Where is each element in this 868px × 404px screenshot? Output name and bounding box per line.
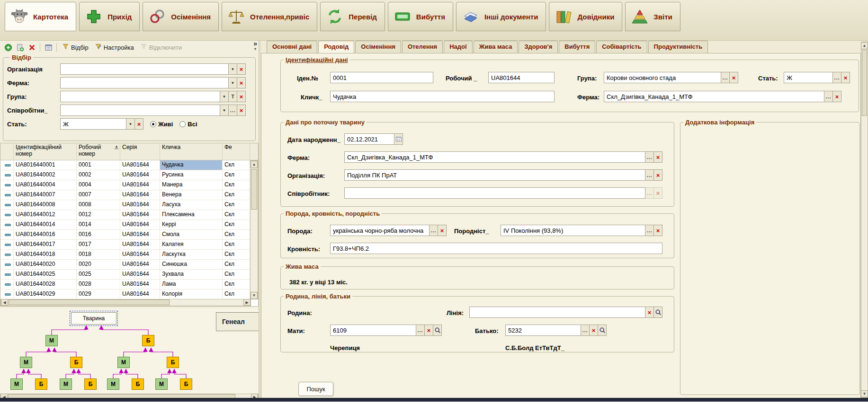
employee-input[interactable] bbox=[60, 105, 220, 116]
tab-Основні дані[interactable]: Основні дані bbox=[267, 41, 317, 53]
table-row[interactable]: UA80164400020002UA801644РусинкаСкл bbox=[0, 170, 250, 180]
scroll-down-icon[interactable]: ▼ bbox=[251, 292, 258, 299]
add-button[interactable] bbox=[3, 42, 13, 53]
work-number-input[interactable] bbox=[488, 72, 555, 83]
toolbar-button-kartoteka[interactable]: Картотека bbox=[5, 2, 76, 31]
scroll-thumb[interactable] bbox=[251, 169, 257, 210]
toolbar-button-vybuttia[interactable]: Вибуття bbox=[388, 2, 453, 31]
scroll-right-icon[interactable]: ▶ bbox=[243, 299, 251, 306]
breed-clear-button[interactable]: × bbox=[438, 225, 447, 236]
mother-select-button[interactable]: ... bbox=[416, 325, 425, 336]
scroll-up-icon[interactable]: ▲ bbox=[861, 42, 868, 49]
sex-clear-button[interactable]: × bbox=[841, 72, 850, 83]
id-number-input[interactable] bbox=[330, 72, 433, 83]
organization-input[interactable] bbox=[344, 169, 645, 181]
pedigree-father-node[interactable]: Б bbox=[180, 378, 192, 390]
farm-clear-button[interactable]: × bbox=[833, 91, 841, 102]
toolbar-button-osimeninnia[interactable]: Осіменіння bbox=[143, 2, 219, 31]
line-clear-button[interactable]: × bbox=[645, 307, 654, 318]
pedigree-root-node[interactable]: Тварина bbox=[71, 312, 116, 325]
toolbar-button-dovidnyky[interactable]: Довідники bbox=[549, 2, 622, 31]
group-dropdown-button[interactable]: ▼ bbox=[220, 91, 229, 102]
generation-input[interactable] bbox=[501, 225, 645, 236]
scroll-down-icon[interactable]: ▼ bbox=[861, 390, 868, 397]
mother-input[interactable] bbox=[330, 325, 416, 336]
sex-clear-button[interactable]: × bbox=[135, 118, 143, 130]
mother-clear-button[interactable]: × bbox=[425, 325, 433, 336]
farm-select-button[interactable]: ... bbox=[824, 91, 833, 102]
generation-select-button[interactable]: ... bbox=[645, 225, 654, 236]
organization-dropdown-button[interactable]: ▼ bbox=[229, 63, 237, 75]
column-header-icon[interactable] bbox=[0, 143, 14, 160]
detail-vertical-scrollbar[interactable]: ▲ ▼ bbox=[861, 42, 868, 398]
table-row[interactable]: UA80164400250025UA801644ЗухвалаСкл bbox=[0, 270, 250, 280]
pedigree-father-node[interactable]: Б bbox=[142, 335, 154, 346]
group-clear-button[interactable]: × bbox=[730, 72, 738, 83]
table-row[interactable]: UA80164400290029UA801644КолоріяСкл bbox=[0, 290, 250, 299]
father-clear-button[interactable]: × bbox=[590, 325, 598, 336]
collapse-panel-button[interactable]: »▾ bbox=[253, 41, 257, 52]
breed-input[interactable] bbox=[330, 225, 430, 236]
line-input[interactable] bbox=[469, 307, 645, 318]
all-radio[interactable] bbox=[179, 121, 186, 127]
farm-input[interactable] bbox=[60, 77, 229, 88]
column-header[interactable]: Фе bbox=[223, 143, 250, 160]
pedigree-father-node[interactable]: Б bbox=[70, 357, 82, 368]
column-header[interactable]: Серія bbox=[120, 143, 160, 160]
group-select-button[interactable]: ... bbox=[721, 72, 730, 83]
pedigree-mother-node[interactable]: М bbox=[10, 378, 23, 390]
filter-button[interactable]: Відбір bbox=[60, 42, 91, 53]
tab-Здоров'я[interactable]: Здоров'я bbox=[519, 41, 558, 53]
farm-dropdown-button[interactable]: ▼ bbox=[229, 77, 237, 88]
group-type-button[interactable]: Т bbox=[229, 91, 237, 102]
tab-Осіменіння[interactable]: Осіменіння bbox=[355, 41, 401, 53]
farm-input[interactable] bbox=[604, 91, 824, 102]
search-button[interactable]: Пошук bbox=[298, 382, 333, 396]
father-search-button[interactable] bbox=[598, 325, 607, 336]
sex-input[interactable] bbox=[60, 118, 126, 130]
table-row[interactable]: UA80164400200020UA801644СинюшкаСкл bbox=[0, 260, 250, 270]
pedigree-father-node[interactable]: Б bbox=[35, 378, 47, 390]
table-row[interactable]: UA80164400160016UA801644СмолаСкл bbox=[0, 230, 250, 240]
employee-select-button[interactable]: ... bbox=[645, 187, 654, 199]
employee-clear-button[interactable]: × bbox=[654, 187, 662, 199]
table-row[interactable]: UA80164400170017UA801644КалатеяСкл bbox=[0, 240, 250, 250]
genealogy-button[interactable]: Генеал bbox=[216, 312, 259, 331]
organization-clear-button[interactable]: × bbox=[237, 63, 246, 75]
group-input[interactable] bbox=[604, 72, 721, 83]
table-horizontal-scrollbar[interactable]: ◀ ▶ bbox=[0, 299, 251, 306]
birth-date-input[interactable] bbox=[344, 133, 394, 145]
table-vertical-scrollbar[interactable]: ▲ ▼ bbox=[250, 160, 258, 299]
alive-radio[interactable] bbox=[150, 121, 156, 127]
toolbar-button-inshi-dokumenty[interactable]: Інші документи bbox=[456, 2, 546, 31]
employee-input[interactable] bbox=[344, 187, 645, 199]
pedigree-mother-node[interactable]: М bbox=[155, 378, 168, 390]
employee-select-button[interactable]: ... bbox=[229, 105, 237, 116]
generation-clear-button[interactable]: × bbox=[654, 225, 662, 236]
group-clear-button[interactable]: × bbox=[237, 91, 246, 102]
pedigree-mother-node[interactable]: М bbox=[20, 357, 32, 368]
scroll-thumb[interactable] bbox=[862, 50, 867, 116]
toolbar-button-otelennia-pryvis[interactable]: Отелення,привіс bbox=[222, 2, 317, 31]
pedigree-mother-node[interactable]: М bbox=[117, 357, 130, 368]
organization-select-button[interactable]: ... bbox=[645, 169, 654, 181]
tab-Вибуття[interactable]: Вибуття bbox=[559, 41, 595, 53]
farm-input[interactable] bbox=[344, 151, 645, 163]
pedigree-mother-node[interactable]: М bbox=[107, 378, 119, 390]
sex-input[interactable] bbox=[784, 72, 833, 83]
organization-input[interactable] bbox=[60, 63, 229, 75]
toolbar-button-perevid[interactable]: Перевід bbox=[320, 2, 385, 31]
disconnect-button[interactable]: Відключити bbox=[138, 42, 184, 53]
table-row[interactable]: UA80164400070007UA801644ВенераСкл bbox=[0, 190, 250, 200]
tab-Отелення[interactable]: Отелення bbox=[402, 41, 443, 53]
table-row[interactable]: UA80164400040004UA801644МанераСкл bbox=[0, 180, 250, 190]
organization-clear-button[interactable]: × bbox=[654, 169, 662, 181]
column-header[interactable]: Ідентифікаційний номер bbox=[14, 143, 77, 160]
toolbar-button-prykhid[interactable]: Прихід bbox=[79, 2, 140, 31]
pedigree-father-node[interactable]: Б bbox=[84, 378, 97, 390]
name-input[interactable] bbox=[330, 91, 555, 102]
blood-input[interactable] bbox=[330, 243, 662, 254]
farm-clear-button[interactable]: × bbox=[237, 77, 246, 88]
line-search-button[interactable] bbox=[654, 307, 662, 318]
father-select-button[interactable]: ... bbox=[581, 325, 590, 336]
